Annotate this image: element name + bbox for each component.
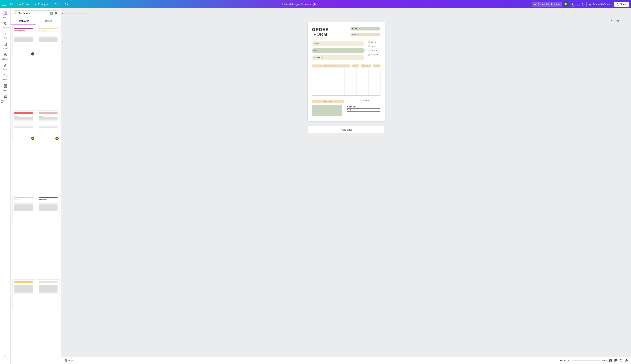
zoom-value: 68% [602,359,607,362]
page-view-button[interactable] [609,359,612,362]
grid-view-button[interactable] [614,359,617,362]
template-thumbnail[interactable]: ORDER FORM [37,26,60,56]
apps-icon [2,84,9,88]
svg-rect-26 [614,361,616,362]
svg-rect-13 [6,86,7,88]
svg-rect-5 [6,14,7,15]
free-trial-button[interactable]: Get another free trial [532,2,562,7]
uploads-icon [2,52,9,57]
export-page-button[interactable] [622,20,625,23]
rail-label: Text [4,37,7,39]
filter-button[interactable] [54,12,58,15]
rail-brand[interactable]: Brand [1,41,10,50]
print-label: Print with Canva [592,3,610,6]
svg-rect-27 [616,361,617,362]
rail-projects[interactable]: Projects [1,72,10,82]
printer-icon [589,3,591,6]
form-title-line2: FORM [312,32,329,36]
svg-point-17 [55,12,56,13]
search-input[interactable] [18,12,49,15]
form-title-line1: ORDER [312,27,329,32]
rail-apps[interactable]: Apps [1,82,10,92]
svg-rect-20 [611,21,613,22]
rail-text[interactable]: Text [1,30,10,40]
crown-icon [534,3,536,6]
table-row [312,84,380,88]
svg-rect-21 [617,20,618,22]
projects-icon [2,73,9,78]
tab-templates[interactable]: Templates [11,18,36,24]
payment-card: CARD [368,46,380,47]
file-menu[interactable]: File [8,2,15,7]
clear-search-button[interactable]: ✕ [50,12,53,15]
zoom-slider[interactable] [572,360,601,361]
tax-row: TAX [347,108,380,112]
rail-magic-media[interactable]: Magic Media [1,93,10,104]
rail-label: Brand [3,48,8,50]
lock-page-button[interactable] [610,20,613,23]
sparkle-icon [4,356,7,359]
notes-button[interactable]: Notes [64,359,74,362]
svg-rect-8 [4,43,7,46]
rail-design[interactable]: Design [1,10,10,20]
rail-draw[interactable]: Draw [1,62,10,71]
editing-mode-button[interactable]: Editing [33,2,50,7]
duplicate-page-button[interactable] [616,20,619,23]
brand-icon [2,42,9,47]
annotation-arrow [61,42,99,42]
magic-media-icon [2,94,9,99]
svg-rect-12 [4,86,5,88]
template-thumbnail[interactable]: SIGN UP SHEET [37,195,60,226]
text-icon [2,32,9,36]
template-thumbnail[interactable]: Event Registration Form [12,280,35,310]
table-row [312,76,380,80]
table-row [312,92,380,96]
rail-label: Elements [2,27,9,29]
items-table [312,68,380,96]
print-with-canva-button[interactable]: Print with Canva [586,2,613,7]
rail-label: Magic Media [1,100,10,104]
premium-badge [31,52,34,56]
menu-icon[interactable] [2,3,6,6]
date-field: DATE : [350,27,380,30]
add-member-button[interactable]: + [570,2,575,7]
pencil-icon [34,3,37,6]
table-row [312,88,380,92]
subtotal-row: SUBTOTAL [347,106,380,108]
crown-icon [19,3,21,6]
document-title[interactable]: Untitled design - Document (A4) [68,3,532,6]
help-button[interactable] [625,359,628,362]
comments-icon[interactable] [581,2,585,6]
analytics-icon[interactable] [576,2,580,6]
canvas-stage[interactable]: ORDER FORM DATE : ORDER : NAME : EMAIL: … [61,8,631,357]
resize-button[interactable]: Resize [17,2,31,7]
table-row [312,80,380,84]
tab-styles[interactable]: Styles [36,18,61,24]
add-page-button[interactable]: + Add page [308,126,385,133]
undo-button[interactable] [55,2,58,6]
template-thumbnail[interactable]: Customer Review [37,280,60,310]
share-label: Share [620,3,627,6]
template-thumbnail[interactable]: Client Consent Form [12,26,35,56]
trial-label: Get another free trial [537,3,560,6]
top-toolbar: File Resize Editing Untitled design - Do… [0,0,631,8]
document-page[interactable]: ORDER FORM DATE : ORDER : NAME : EMAIL: … [308,22,385,121]
cloud-sync-icon[interactable] [64,2,68,6]
redo-button[interactable] [60,2,63,6]
template-results: Client Consent Form ORDER FORM BUSINESS … [11,24,61,364]
template-thumbnail[interactable]: ORDER FORMCATRIN & CO [37,110,60,141]
svg-rect-4 [6,12,7,13]
canva-assistant-button[interactable] [2,354,9,360]
rail-uploads[interactable]: Uploads [1,51,10,61]
user-avatar[interactable]: M [564,2,569,7]
template-thumbnail[interactable]: BUSINESS IDEA SURVEY FORMFAUGET CO. [12,110,35,141]
rail-elements[interactable]: Elements [1,20,10,30]
share-button[interactable]: Share [614,2,629,7]
col-cost: COST [373,64,380,68]
svg-point-9 [5,44,6,45]
col-description: DESCRIPTION [312,64,350,68]
fullscreen-button[interactable] [619,359,623,362]
address-field: ADDRESS : [312,55,364,60]
template-thumbnail[interactable]: SURVEY [12,195,35,226]
rail-label: Apps [3,89,7,91]
